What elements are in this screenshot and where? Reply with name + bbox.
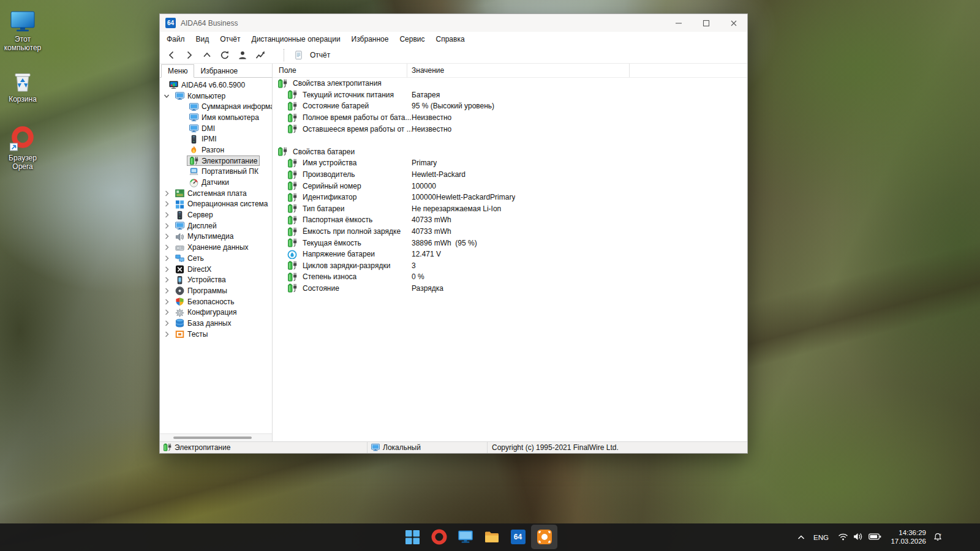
field-row-1-8[interactable]: Напряжение батареи12.471 V <box>273 249 747 260</box>
menu-item-4[interactable]: Избранное <box>346 33 394 45</box>
field-row-1-10[interactable]: Степень износа0 % <box>273 271 747 283</box>
column-header-field[interactable]: Поле <box>273 64 407 77</box>
tree-item-18-devices[interactable]: Устройства <box>160 274 272 285</box>
tree-item-19-programs[interactable]: Программы <box>160 285 272 296</box>
chevron-down-icon[interactable] <box>163 92 170 100</box>
column-header-value[interactable]: Значение <box>407 64 630 77</box>
report-button[interactable]: Отчёт <box>289 49 335 61</box>
chevron-right-icon[interactable] <box>163 309 170 316</box>
taskbar-start-button[interactable] <box>399 525 426 549</box>
chevron-right-icon[interactable] <box>163 222 170 230</box>
tree-item-0-aida[interactable]: AIDA64 v6.60.5900 <box>160 80 272 91</box>
chevron-right-icon[interactable] <box>163 233 170 240</box>
tree-item-5-ipmi[interactable]: IPMI <box>160 133 272 144</box>
tree-item-label: Портативный ПК <box>202 167 258 176</box>
tree-item-23-tests[interactable]: Тесты <box>160 329 272 340</box>
field-row-1-5[interactable]: Паспортная ёмкость40733 mWh <box>273 214 747 226</box>
tree-item-20-security[interactable]: Безопасность <box>160 296 272 307</box>
chevron-right-icon[interactable] <box>163 255 170 262</box>
menu-item-1[interactable]: Вид <box>190 33 215 45</box>
chevron-right-icon[interactable] <box>163 276 170 283</box>
tree-item-22-database[interactable]: База данных <box>160 318 272 329</box>
tree-item-14-multimedia[interactable]: Мультимедиа <box>160 231 272 242</box>
taskbar-opera-button[interactable] <box>426 525 452 549</box>
section-row-0[interactable]: Свойства электропитания <box>273 78 747 89</box>
show-hidden-icons-button[interactable] <box>793 534 809 541</box>
chevron-right-icon[interactable] <box>163 200 170 208</box>
maximize-button[interactable] <box>692 14 720 32</box>
field-row-1-1[interactable]: ПроизводительHewlett-Packard <box>273 169 747 181</box>
field-row-0-2[interactable]: Полное время работы от бата...Неизвестно <box>273 112 747 124</box>
forward-button[interactable] <box>180 48 198 62</box>
chevron-right-icon[interactable] <box>163 287 170 294</box>
taskbar-capture-button[interactable] <box>531 525 557 549</box>
desktop-icon-recycle-bin[interactable]: Корзина <box>0 67 47 103</box>
menu-item-2[interactable]: Отчёт <box>214 33 246 45</box>
field-row-1-7[interactable]: Текущая ёмкость38896 mWh (95 %) <box>273 237 747 249</box>
field-row-0-0[interactable]: Текущий источник питанияБатарея <box>273 89 747 101</box>
section-row-1[interactable]: Свойства батареи <box>273 146 747 158</box>
up-button[interactable] <box>198 48 216 62</box>
chevron-right-icon[interactable] <box>163 266 170 273</box>
chevron-right-icon[interactable] <box>163 211 170 219</box>
language-indicator[interactable]: ENG <box>809 534 832 541</box>
tree-item-box: Устройства <box>173 275 228 285</box>
menu-item-5[interactable]: Сервис <box>394 33 430 45</box>
field-row-1-0[interactable]: Имя устройстваPrimary <box>273 157 747 169</box>
dmi-icon <box>189 124 198 133</box>
taskbar-aida64-button[interactable]: 64 <box>505 525 531 549</box>
power-icon <box>189 156 198 165</box>
tree-item-11-os[interactable]: Операционная система <box>160 199 272 210</box>
taskbar-explorer-button[interactable] <box>478 525 505 549</box>
tab-menu[interactable]: Меню <box>161 64 194 78</box>
close-button[interactable] <box>720 14 747 32</box>
tree-item-12-server[interactable]: Сервер <box>160 209 272 220</box>
menu-item-6[interactable]: Справка <box>431 33 470 45</box>
field-row-0-3[interactable]: Оставшееся время работы от ...Неизвестно <box>273 123 747 135</box>
field-label: Производитель <box>303 170 355 179</box>
graph-button[interactable] <box>251 48 269 62</box>
menu-item-3[interactable]: Дистанционные операции <box>246 33 346 45</box>
chevron-right-icon[interactable] <box>163 190 170 197</box>
tree-item-10-motherboard[interactable]: Системная плата <box>160 188 272 199</box>
field-row-1-9[interactable]: Циклов зарядки-разрядки3 <box>273 260 747 272</box>
tree-item-16-network[interactable]: Сеть <box>160 253 272 264</box>
menu-item-0[interactable]: Файл <box>161 33 190 45</box>
notification-bell-button[interactable]: z <box>930 533 946 542</box>
field-row-1-2[interactable]: Серийный номер100000 <box>273 180 747 192</box>
tree-item-1-computer[interactable]: Компьютер <box>160 91 272 102</box>
sidebar-hscrollbar[interactable] <box>160 433 272 441</box>
clock[interactable]: 14:36:29 17.03.2026 <box>887 529 930 545</box>
tree-item-21-config[interactable]: Конфигурация <box>160 307 272 318</box>
chevron-right-icon[interactable] <box>163 244 170 251</box>
tab-favorites[interactable]: Избранное <box>194 65 244 77</box>
tree-item-17-directx[interactable]: DirectX <box>160 264 272 275</box>
minimize-button[interactable] <box>665 14 692 32</box>
tree-item-8-laptop[interactable]: Портативный ПК <box>160 167 272 178</box>
chevron-right-icon[interactable] <box>163 320 170 327</box>
titlebar[interactable]: 64 AIDA64 Business <box>160 14 747 32</box>
field-row-1-6[interactable]: Ёмкость при полной зарядке40733 mWh <box>273 226 747 238</box>
tree-item-13-display[interactable]: Дисплей <box>160 220 272 231</box>
chevron-right-icon[interactable] <box>163 331 170 338</box>
tree-item-15-storage[interactable]: Хранение данных <box>160 242 272 253</box>
taskbar-display-button[interactable] <box>452 525 478 549</box>
tree-item-9-sensors[interactable]: Датчики <box>160 177 272 188</box>
tree-item-4-dmi[interactable]: DMI <box>160 123 272 134</box>
field-row-1-4[interactable]: Тип батареиНе перезаряжаемая Li-Ion <box>273 203 747 215</box>
field-row-0-1[interactable]: Состояние батарей95 % (Высокий уровень) <box>273 100 747 112</box>
tray-status-icons[interactable] <box>832 532 887 543</box>
field-row-1-11[interactable]: СостояниеРазрядка <box>273 283 747 294</box>
hscrollbar-thumb[interactable] <box>173 437 252 439</box>
tree-item-3-computer-name[interactable]: Имя компьютера <box>160 112 272 123</box>
tree-item-7-power[interactable]: Электропитание <box>160 156 272 167</box>
desktop-icon-opera[interactable]: Браузер Opera <box>0 126 47 171</box>
back-button[interactable] <box>162 48 180 62</box>
tree-item-6-overclock[interactable]: Разгон <box>160 144 272 156</box>
user-button[interactable] <box>233 48 251 62</box>
refresh-button[interactable] <box>216 48 233 62</box>
desktop-icon-this-pc[interactable]: Этот компьютер <box>0 7 47 52</box>
chevron-right-icon[interactable] <box>163 298 170 305</box>
tree-item-2-summary[interactable]: Суммарная информа <box>160 101 272 112</box>
field-row-1-3[interactable]: Идентификатор100000Hewlett-PackardPrimar… <box>273 192 747 203</box>
